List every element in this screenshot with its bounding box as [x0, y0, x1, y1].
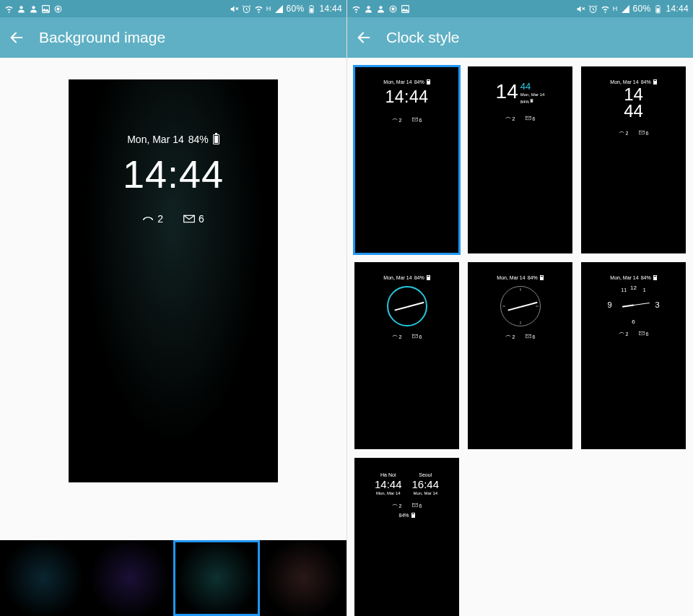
battery-icon	[411, 513, 415, 518]
clock-minute: 44	[581, 103, 686, 120]
battery-icon	[540, 275, 544, 280]
gallery-icon	[401, 4, 410, 14]
battery-icon	[427, 79, 430, 84]
missed-calls: 2	[142, 213, 163, 225]
back-button[interactable]	[356, 30, 372, 45]
battery-icon	[531, 99, 533, 103]
status-bar: H 60% 14:44	[0, 0, 346, 17]
preview-battery: 84%	[188, 134, 209, 145]
network-type: H	[266, 6, 271, 12]
battery-icon	[427, 275, 430, 280]
date-1: Mon, Mar 14	[375, 491, 402, 495]
svg-point-1	[32, 6, 35, 9]
analog-clock-face: 12 3 6 9 11 1	[610, 285, 658, 325]
signal-icon	[274, 4, 284, 14]
clock-hour: 14	[496, 82, 518, 102]
battery-icon	[653, 79, 657, 84]
alarm-icon	[588, 4, 598, 14]
title-bar: Background image	[0, 17, 346, 58]
network-type: H	[613, 6, 618, 12]
wallpaper-preview: Mon, Mar 14 84% 14:44 2 6	[69, 79, 278, 482]
status-time: 14:44	[319, 4, 342, 14]
screen-background-image: H 60% 14:44 Background image Mon, Mar 14…	[0, 0, 346, 616]
preview-date: Mon, Mar 14	[127, 134, 184, 145]
svg-rect-22	[657, 8, 660, 12]
preview-area: Mon, Mar 14 84% 14:44 2 6	[0, 58, 346, 540]
status-time: 14:44	[666, 4, 689, 14]
screen-clock-style: H 60% 14:44 Clock style Mon, Mar 14 84%	[346, 0, 693, 616]
battery-icon	[213, 134, 219, 144]
time-2: 16:44	[412, 478, 440, 490]
svg-rect-9	[311, 5, 313, 6]
battery-icon	[307, 4, 316, 14]
battery-percent: 60%	[287, 4, 305, 14]
svg-point-12	[367, 6, 370, 9]
wallpaper-option-2[interactable]	[87, 540, 173, 616]
wifi-icon	[4, 4, 14, 14]
wifi-icon-2	[601, 4, 610, 14]
svg-point-4	[57, 7, 59, 9]
messages: 6	[183, 213, 204, 225]
city-2: Seoul	[412, 472, 440, 477]
page-title: Clock style	[386, 29, 460, 46]
gallery-icon	[41, 4, 51, 14]
analog-clock-face	[387, 286, 427, 326]
city-1: Ha Noi	[375, 472, 402, 477]
clock-style-digital-basic[interactable]: Mon, Mar 14 84% 14:44 2 6	[354, 66, 459, 253]
analog-clock-face	[500, 286, 541, 326]
svg-rect-10	[310, 8, 313, 12]
battery-icon	[653, 275, 657, 280]
target-icon	[388, 4, 398, 14]
page-title: Background image	[39, 29, 165, 46]
clock-style-analog-plain[interactable]: Mon, Mar 14 84% 2 6	[468, 262, 572, 449]
battery-icon	[653, 4, 663, 14]
clock-time: 14:44	[354, 87, 459, 107]
status-bar: H 60% 14:44	[347, 0, 693, 17]
signal-icon	[621, 4, 630, 14]
clock-style-digital-stacked[interactable]: Mon, Mar 14 84% 14 44 2 6	[581, 66, 686, 253]
wifi-icon	[352, 4, 361, 14]
clock-minute: 44	[520, 82, 545, 91]
clock-style-analog-numbers[interactable]: Mon, Mar 14 84% 12 3 6 9 11 1	[581, 262, 686, 449]
clock-style-analog-ring[interactable]: Mon, Mar 14 84% 2 6	[354, 262, 459, 449]
mute-icon	[576, 4, 585, 14]
svg-point-15	[392, 7, 394, 9]
missed-calls: 2	[392, 117, 402, 123]
back-button[interactable]	[9, 30, 25, 45]
date-2: Mon, Mar 14	[412, 491, 440, 495]
mute-icon	[230, 4, 239, 14]
wifi-icon-2	[254, 4, 263, 14]
alarm-icon	[242, 4, 251, 14]
messages: 6	[412, 117, 422, 123]
battery-percent: 60%	[633, 4, 651, 14]
wallpaper-option-3[interactable]	[173, 540, 260, 616]
wallpaper-option-1[interactable]	[0, 540, 87, 616]
target-icon	[53, 4, 63, 14]
time-1: 14:44	[375, 478, 402, 490]
wallpaper-thumbnails	[0, 540, 346, 616]
wallpaper-option-4[interactable]	[260, 540, 346, 616]
svg-point-0	[19, 6, 22, 9]
svg-point-13	[379, 6, 382, 9]
title-bar: Clock style	[347, 17, 693, 58]
contact-icon	[364, 4, 373, 14]
svg-rect-21	[658, 5, 659, 6]
preview-time: 14:44	[69, 152, 278, 196]
clock-style-dual-timezone[interactable]: Ha Noi 14:44 Mon, Mar 14 Seoul 16:44 Mon…	[354, 458, 459, 616]
contact-icon-2	[376, 4, 385, 14]
contact-icon	[17, 4, 26, 14]
clock-style-digital-color[interactable]: 14 44 Mon, Mar 14 84% 2 6	[468, 66, 572, 253]
contact-icon-2	[29, 4, 38, 14]
clock-style-grid: Mon, Mar 14 84% 14:44 2 6 14	[354, 66, 686, 616]
